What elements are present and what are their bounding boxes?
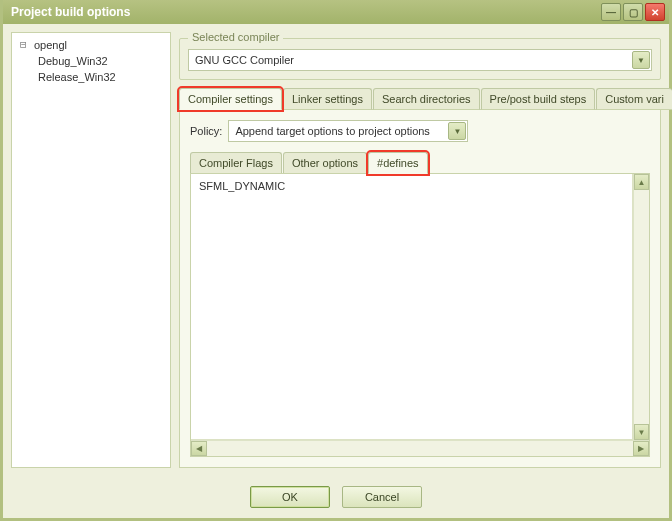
- policy-select[interactable]: Append target options to project options…: [228, 120, 468, 142]
- tree-root[interactable]: ⊟ opengl: [12, 37, 170, 53]
- tab-defines[interactable]: #defines: [368, 152, 428, 174]
- tab-pre-post-build[interactable]: Pre/post build steps: [481, 88, 596, 110]
- tab-search-directories[interactable]: Search directories: [373, 88, 480, 110]
- tab-linker-settings[interactable]: Linker settings: [283, 88, 372, 110]
- close-button[interactable]: ✕: [645, 3, 665, 21]
- tree-collapse-icon[interactable]: ⊟: [20, 37, 30, 53]
- tab-label: Custom vari: [605, 93, 664, 105]
- sub-tabs: Compiler Flags Other options #defines: [190, 152, 650, 174]
- scroll-track[interactable]: [207, 441, 633, 456]
- scroll-down-icon[interactable]: ▼: [634, 424, 649, 440]
- tab-label: Compiler settings: [188, 93, 273, 105]
- scroll-up-icon[interactable]: ▲: [634, 174, 649, 190]
- defines-text: SFML_DYNAMIC: [199, 180, 285, 192]
- tab-label: Linker settings: [292, 93, 363, 105]
- button-label: Cancel: [365, 491, 399, 503]
- group-legend: Selected compiler: [188, 31, 283, 43]
- tree-item-label: Debug_Win32: [38, 53, 108, 69]
- tab-label: Search directories: [382, 93, 471, 105]
- dialog-window: Project build options — ▢ ✕ ⊟ opengl Deb…: [0, 0, 672, 521]
- tab-label: #defines: [377, 157, 419, 169]
- window-title: Project build options: [11, 5, 599, 19]
- minimize-button[interactable]: —: [601, 3, 621, 21]
- ok-button[interactable]: OK: [250, 486, 330, 508]
- compiler-select-value: GNU GCC Compiler: [195, 54, 294, 66]
- compiler-select[interactable]: GNU GCC Compiler ▼: [188, 49, 652, 71]
- dialog-footer: OK Cancel: [3, 476, 669, 518]
- tree-item-label: Release_Win32: [38, 69, 116, 85]
- horizontal-scrollbar[interactable]: ◀ ▶: [191, 440, 649, 456]
- maximize-button[interactable]: ▢: [623, 3, 643, 21]
- tab-label: Compiler Flags: [199, 157, 273, 169]
- chevron-down-icon[interactable]: ▼: [448, 122, 466, 140]
- policy-row: Policy: Append target options to project…: [190, 120, 650, 142]
- defines-editor[interactable]: SFML_DYNAMIC: [191, 174, 633, 440]
- defines-panel: SFML_DYNAMIC ▲ ▼ ◀ ▶: [190, 173, 650, 457]
- dialog-body: ⊟ opengl Debug_Win32 Release_Win32 Selec…: [3, 24, 669, 476]
- tree-root-label: opengl: [34, 37, 67, 53]
- main-tabs: Compiler settings Linker settings Search…: [179, 88, 661, 110]
- tab-custom-variables[interactable]: Custom vari: [596, 88, 672, 110]
- tab-compiler-settings[interactable]: Compiler settings: [179, 88, 282, 110]
- cancel-button[interactable]: Cancel: [342, 486, 422, 508]
- target-tree: ⊟ opengl Debug_Win32 Release_Win32: [11, 32, 171, 468]
- scroll-left-icon[interactable]: ◀: [191, 441, 207, 456]
- main-panel: Selected compiler GNU GCC Compiler ▼ Com…: [179, 32, 661, 468]
- tab-label: Pre/post build steps: [490, 93, 587, 105]
- policy-select-value: Append target options to project options: [235, 125, 429, 137]
- vertical-scrollbar[interactable]: ▲ ▼: [633, 174, 649, 440]
- tab-label: Other options: [292, 157, 358, 169]
- tree-item-debug[interactable]: Debug_Win32: [12, 53, 170, 69]
- titlebar: Project build options — ▢ ✕: [3, 0, 669, 24]
- tab-other-options[interactable]: Other options: [283, 152, 367, 174]
- compiler-settings-panel: Policy: Append target options to project…: [179, 109, 661, 468]
- tab-compiler-flags[interactable]: Compiler Flags: [190, 152, 282, 174]
- button-label: OK: [282, 491, 298, 503]
- tree-item-release[interactable]: Release_Win32: [12, 69, 170, 85]
- chevron-down-icon[interactable]: ▼: [632, 51, 650, 69]
- policy-label: Policy:: [190, 125, 222, 137]
- selected-compiler-group: Selected compiler GNU GCC Compiler ▼: [179, 38, 661, 80]
- scroll-right-icon[interactable]: ▶: [633, 441, 649, 456]
